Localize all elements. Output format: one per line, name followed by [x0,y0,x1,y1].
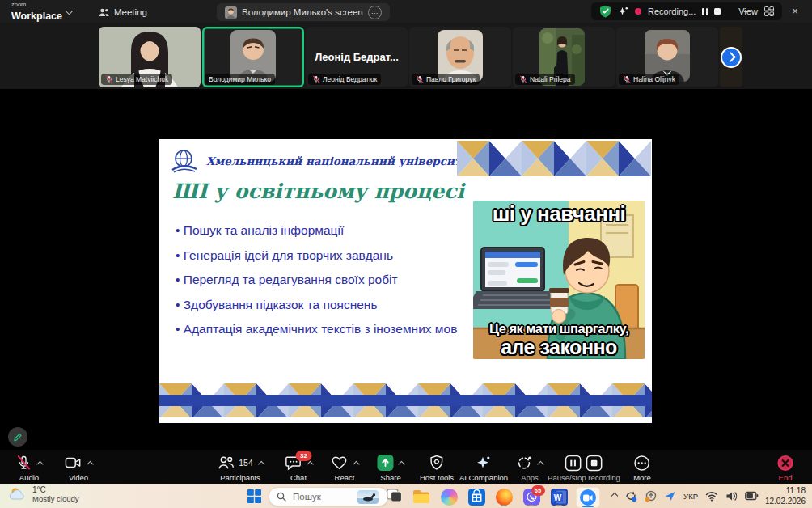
next-page-button[interactable] [722,49,740,66]
camera-icon [65,455,82,471]
participants-options-chevron[interactable] [259,455,264,470]
mic-off-icon [105,75,113,83]
share-screen-icon [378,455,394,471]
audio-button[interactable]: Audio [16,454,43,482]
participant-tile-lesya[interactable]: Lesya Matviichuk [99,27,201,87]
participant-tile-leonid[interactable]: Леонід Бедрат... Леонід Бедратюк [306,27,408,87]
react-button[interactable]: React [331,454,359,482]
file-explorer-icon[interactable] [411,487,432,506]
apps-icon [517,455,533,471]
security-shield-icon[interactable] [599,5,611,18]
host-tools-button[interactable]: Host tools [420,454,454,482]
start-button[interactable] [247,489,261,503]
slide-bullet: Перегляд та редагування своїх робіт [176,273,457,287]
taskbar-search[interactable] [269,487,388,506]
participants-count: 154 [239,458,253,468]
participant-name: Леонід Бедратюк [323,75,377,83]
recording-dot-icon [635,8,641,15]
windows-taskbar: 1°C Mostly cloudy [0,484,812,508]
slide-decoration-top [457,141,651,176]
taskbar-clock[interactable]: 11:18 12.02.2026 [765,486,806,506]
system-tray: УКР [612,484,759,508]
participant-tile-pavlo[interactable]: Павло Григорук [409,27,511,87]
meeting-toolbar: Audio Video 154 Participants 32 [0,450,812,484]
clock-time: 11:18 [765,486,806,497]
share-options-chevron[interactable] [400,455,404,470]
participants-strip: Lesya Matviichuk Володимир Милько Леонід… [0,23,812,89]
window-controls: – □ × [734,0,807,23]
slide-bullet: Адаптація академічних текстів з іноземни… [176,322,457,337]
annotate-button[interactable] [8,427,27,447]
search-highlight-image[interactable] [357,490,379,504]
participant-tile-natali[interactable]: Natali Prilepa [513,27,615,87]
language-indicator[interactable]: УКР [683,492,698,501]
university-logo [171,149,200,173]
tab-options-icon[interactable]: … [368,6,382,19]
more-button[interactable]: More [633,454,651,482]
host-tools-shield-icon [429,455,444,471]
firefox-icon[interactable] [493,487,514,506]
search-input[interactable] [291,491,353,502]
tab-meeting[interactable]: Meeting [91,3,155,21]
slide-bullet: Пошук та аналіз інформації [176,223,457,238]
battery-icon[interactable] [745,491,759,501]
location-tray-icon[interactable] [664,490,676,502]
mic-off-icon [519,75,527,83]
apps-button[interactable]: Apps [517,454,543,482]
wifi-icon[interactable] [705,491,718,502]
chat-unread-badge: 32 [296,451,312,461]
tab-shared-screen[interactable]: Володимир Милько's screen … [217,3,390,21]
volume-icon[interactable] [725,491,738,502]
react-options-chevron[interactable] [354,455,359,470]
share-button[interactable]: Share [378,454,404,482]
shared-screen-stage: Хмельницький національний університет [0,89,812,450]
close-button[interactable]: × [783,6,807,17]
end-meeting-button[interactable]: End [777,454,794,482]
slide-bullet-list: Пошук та аналіз інформації Генерація іде… [176,223,457,347]
mic-off-icon [623,75,631,83]
weather-widget[interactable]: 1°C Mostly cloudy [8,485,79,503]
ai-companion-button[interactable]: AI Companion [459,454,508,482]
zoom-app-icon[interactable] [576,487,600,508]
participant-tile-volodymyr[interactable]: Володимир Милько [202,27,304,87]
ai-sparkle-icon[interactable] [618,6,628,17]
zoom-workplace-logo: zoom Workplace [11,2,62,22]
people-icon [99,8,109,17]
minimize-button[interactable]: – [734,6,759,17]
ai-companion-sparkle-icon [476,455,492,471]
task-view-button[interactable] [387,489,402,502]
participant-name: Natali Prilepa [530,75,571,83]
tray-expand-chevron-icon[interactable] [611,493,618,499]
microsoft-store-icon[interactable] [466,487,487,506]
pause-recording-button[interactable] [702,8,708,15]
pause-recording-icon[interactable] [565,455,582,472]
chat-button[interactable]: 32 Chat [285,454,313,482]
copilot-icon[interactable] [438,487,459,506]
stop-recording-button[interactable] [714,8,721,15]
apps-options-chevron[interactable] [539,455,543,470]
participant-name: Halina Olijnyk [633,75,675,83]
word-icon[interactable]: W [548,487,569,506]
audio-options-chevron[interactable] [38,455,43,470]
participants-button[interactable]: 154 Participants [217,454,264,482]
sync-tray-icon[interactable] [624,490,637,502]
presenter-avatar [225,6,237,19]
weather-icon [8,486,27,502]
mic-off-icon [312,75,320,83]
stop-recording-icon[interactable] [586,455,603,472]
university-name: Хмельницький національний університет [206,155,475,167]
maximize-button[interactable]: □ [759,6,783,17]
tab-shared-screen-label: Володимир Милько's screen [242,7,363,17]
viber-icon[interactable]: 65 [521,487,542,506]
more-ellipsis-icon [634,455,651,472]
participant-name: Lesya Matviichuk [116,75,168,83]
pause-stop-recording-button[interactable]: Pause/stop recording [548,454,620,482]
video-options-chevron[interactable] [88,455,93,470]
workspace-menu-chevron-icon[interactable] [66,7,74,15]
video-button[interactable]: Video [65,454,93,482]
participant-name: Павло Григорук [426,75,476,83]
update-tray-icon[interactable] [645,490,657,502]
slide-decoration-bottom [159,383,652,417]
participant-tile-halina[interactable]: Halina Olijnyk [616,27,718,87]
mic-muted-icon [16,454,32,472]
